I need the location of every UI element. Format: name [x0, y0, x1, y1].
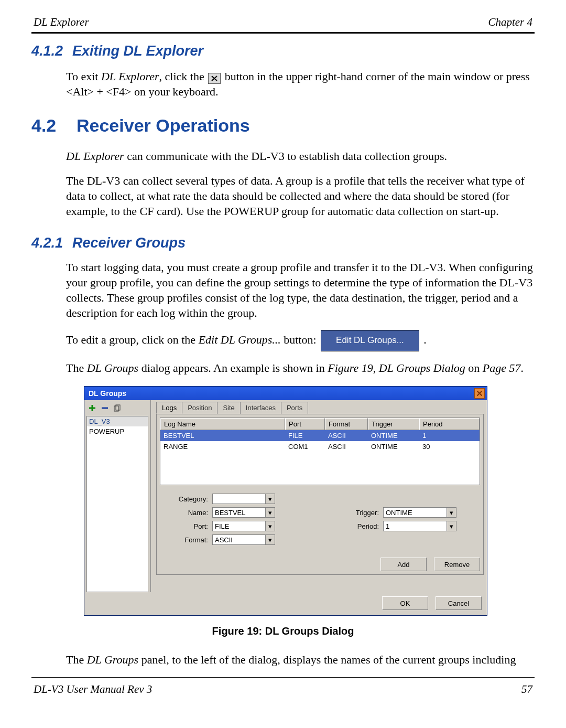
para-421-3: The DL Groups dialog appears. An example… [31, 360, 535, 376]
name-select[interactable]: BESTVEL▾ [212, 507, 275, 518]
dl-groups-dialog-figure: DL Groups DL_V3 POWERUP [31, 386, 535, 616]
para-421-2: To edit a group, click on the Edit DL Gr… [31, 330, 535, 351]
para-412-1: To exit DL Explorer, click the button in… [31, 69, 535, 100]
table-header: Log Name Port Format Trigger Period [160, 418, 480, 430]
port-select[interactable]: FILE▾ [212, 521, 275, 531]
name-label: Name: [160, 509, 212, 517]
chevron-down-icon: ▾ [265, 535, 275, 544]
para-42-1: DL Explorer can communicate with the DL-… [31, 148, 535, 164]
remove-group-icon[interactable] [100, 403, 110, 413]
chevron-down-icon: ▾ [265, 494, 275, 504]
period-select[interactable]: 1▾ [383, 521, 456, 531]
logs-panel: Log Name Port Format Trigger Period BEST… [156, 414, 484, 575]
tabs: Logs Position Site Interfaces Ports [156, 402, 484, 414]
footer-rule [31, 677, 535, 678]
ok-button[interactable]: OK [382, 596, 428, 610]
para-421-tail: The DL Groups panel, to the left of the … [31, 652, 535, 667]
cancel-button[interactable]: Cancel [436, 596, 482, 610]
close-icon [208, 73, 221, 84]
header-right: Chapter 4 [488, 16, 532, 29]
header-left: DL Explorer [34, 16, 89, 29]
trigger-label: Trigger: [343, 509, 383, 517]
edit-dl-groups-button[interactable]: Edit DL Groups... [321, 330, 419, 351]
table-row[interactable]: RANGE COM1 ASCII ONTIME 30 [160, 441, 480, 452]
copy-group-icon[interactable] [113, 403, 122, 413]
chevron-down-icon: ▾ [265, 508, 275, 517]
groups-list[interactable]: DL_V3 POWERUP [86, 416, 148, 592]
chevron-down-icon: ▾ [265, 521, 275, 531]
para-421-1: To start logging data, you must create a… [31, 260, 535, 321]
chevron-down-icon: ▾ [447, 508, 456, 517]
port-label: Port: [160, 522, 212, 530]
dialog-title: DL Groups [89, 389, 126, 398]
log-fields: Category: ▾ Name: BESTVEL▾ [160, 494, 480, 545]
tab-interfaces[interactable]: Interfaces [240, 402, 281, 414]
heading-42: 4.2Receiver Operations [31, 115, 535, 136]
footer-right: 57 [521, 683, 532, 696]
group-item-dlv3[interactable]: DL_V3 [87, 416, 148, 426]
dl-groups-dialog: DL Groups DL_V3 POWERUP [84, 386, 487, 616]
category-label: Category: [160, 495, 212, 503]
category-select[interactable]: ▾ [212, 494, 275, 504]
add-button[interactable]: Add [380, 558, 427, 571]
format-label: Format: [160, 536, 212, 544]
add-group-icon[interactable] [88, 403, 97, 413]
header-rule [31, 32, 535, 34]
tab-site[interactable]: Site [217, 402, 240, 414]
tab-logs[interactable]: Logs [156, 402, 182, 414]
dialog-close-button[interactable] [474, 388, 485, 399]
logs-table: Log Name Port Format Trigger Period BEST… [160, 417, 480, 485]
trigger-select[interactable]: ONTIME▾ [383, 507, 456, 518]
chevron-down-icon: ▾ [447, 521, 456, 531]
table-row[interactable]: BESTVEL FILE ASCII ONTIME 1 [160, 430, 480, 441]
figure-caption: Figure 19: DL Groups Dialog [31, 625, 535, 637]
tab-position[interactable]: Position [182, 402, 217, 414]
group-item-powerup[interactable]: POWERUP [87, 426, 148, 436]
remove-button[interactable]: Remove [434, 558, 480, 571]
footer-left: DL-V3 User Manual Rev 3 [34, 683, 152, 696]
heading-421: 4.2.1Receiver Groups [31, 235, 535, 251]
heading-412: 4.1.2Exiting DL Explorer [31, 43, 535, 59]
groups-panel: DL_V3 POWERUP [84, 400, 151, 592]
para-42-2: The DL-V3 can collect several types of d… [31, 173, 535, 219]
period-label: Period: [343, 522, 383, 530]
tab-ports[interactable]: Ports [281, 402, 308, 414]
format-select[interactable]: ASCII▾ [212, 534, 275, 545]
